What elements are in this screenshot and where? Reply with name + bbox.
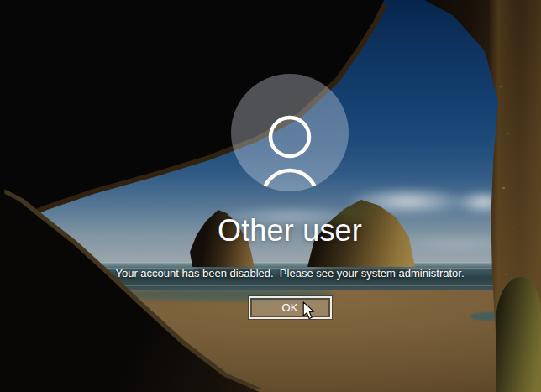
account-disabled-message: Your account has been disabled. Please s… — [115, 267, 464, 280]
ok-button[interactable]: OK — [249, 296, 332, 319]
username-label: Other user — [218, 212, 362, 248]
avatar — [231, 74, 349, 191]
mouse-arrow-cursor — [302, 301, 316, 320]
user-silhouette-icon — [231, 74, 349, 191]
signin-panel: Other user Your account has been disable… — [55, 74, 525, 319]
windows-signin-screen: Other user Your account has been disable… — [0, 0, 541, 392]
